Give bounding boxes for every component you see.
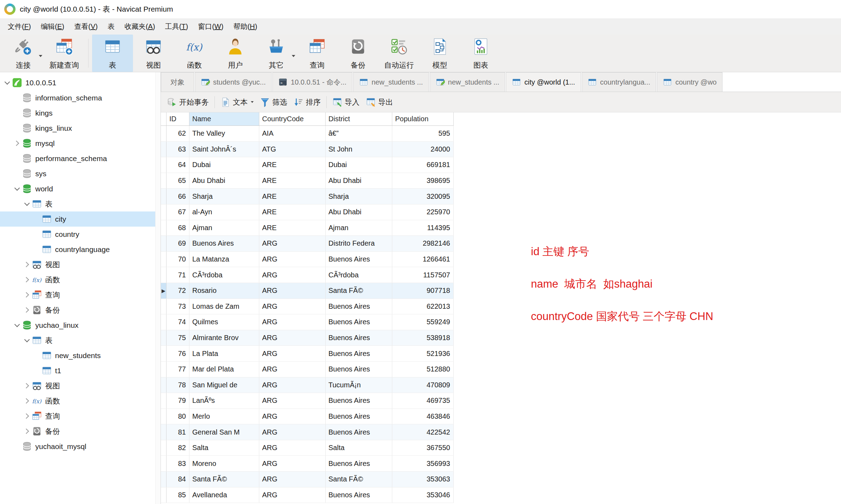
cell-country_code[interactable]: ARE bbox=[259, 204, 326, 220]
cell-district[interactable]: Abu Dhabi bbox=[326, 173, 392, 189]
tree-item-yuchao-views[interactable]: 视图 bbox=[0, 378, 161, 393]
row-selector[interactable] bbox=[161, 220, 167, 236]
expand-icon[interactable] bbox=[23, 263, 31, 266]
table-toolbar-button-text[interactable]: 文本 bbox=[217, 95, 257, 109]
collapse-icon[interactable] bbox=[13, 188, 21, 190]
row-selector[interactable] bbox=[161, 440, 167, 456]
cell-name[interactable]: La Matanza bbox=[189, 252, 259, 267]
table-row[interactable]: 70La MatanzaARGBuenos Aires1266461 bbox=[161, 252, 454, 268]
tree-item-yuchao-tables[interactable]: 表 bbox=[0, 333, 161, 348]
menu-item-tools[interactable]: 工具(T) bbox=[160, 20, 193, 33]
column-header-district[interactable]: District bbox=[326, 112, 392, 125]
cell-name[interactable]: LanÃºs bbox=[189, 393, 259, 408]
cell-population[interactable]: 320095 bbox=[392, 189, 454, 204]
row-selector[interactable] bbox=[161, 126, 167, 141]
tree-item-table-t1[interactable]: t1 bbox=[0, 363, 161, 378]
cell-name[interactable]: Santa FÃ© bbox=[189, 472, 259, 487]
toolbar-button-automation[interactable]: 自动运行 bbox=[379, 35, 419, 72]
collapse-icon[interactable] bbox=[23, 339, 31, 342]
tree-item-db-yuchao-linux[interactable]: yuchao_linux bbox=[0, 318, 161, 333]
tree-item-world-backups[interactable]: 备份 bbox=[0, 302, 161, 318]
cell-country_code[interactable]: ARG bbox=[259, 487, 326, 503]
row-selector[interactable] bbox=[161, 252, 167, 267]
tree-item-connection-10-0-0-51[interactable]: 10.0.0.51 bbox=[0, 75, 161, 90]
row-selector[interactable] bbox=[161, 409, 167, 424]
expand-icon[interactable] bbox=[23, 278, 31, 282]
cell-population[interactable]: 463846 bbox=[392, 409, 454, 424]
table-row[interactable]: 85AvellanedaARGBuenos Aires353046 bbox=[161, 487, 454, 503]
cell-country_code[interactable]: ARG bbox=[259, 472, 326, 487]
cell-country_code[interactable]: ARE bbox=[259, 220, 326, 236]
cell-district[interactable]: St John bbox=[326, 142, 392, 157]
cell-country_code[interactable]: ARE bbox=[259, 157, 326, 173]
tab-country[interactable]: country @wo bbox=[657, 72, 722, 92]
tree-item-world-views[interactable]: 视图 bbox=[0, 257, 161, 272]
cell-district[interactable]: Santa FÃ© bbox=[326, 472, 392, 487]
table-row[interactable]: 78San Miguel deARGTucumÃ¡n470809 bbox=[161, 377, 454, 393]
cell-id[interactable]: 67 bbox=[167, 204, 189, 220]
table-row[interactable]: 81General San MARGBuenos Aires422542 bbox=[161, 424, 454, 440]
tree-item-yuchao-functions[interactable]: f(x)函数 bbox=[0, 393, 161, 408]
tree-item-db-information-schema[interactable]: information_schema bbox=[0, 90, 161, 105]
table-row[interactable]: 62The ValleyAIAâ€”595 bbox=[161, 126, 454, 142]
tab-countrylanguage[interactable]: countrylangua... bbox=[582, 72, 656, 92]
cell-district[interactable]: TucumÃ¡n bbox=[326, 377, 392, 393]
table-row[interactable]: 76La PlataARGBuenos Aires521936 bbox=[161, 346, 454, 362]
cell-name[interactable]: Mar del Plata bbox=[189, 362, 259, 377]
cell-id[interactable]: 65 bbox=[167, 173, 189, 189]
tree-item-yuchao-queries[interactable]: 查询 bbox=[0, 408, 161, 424]
cell-name[interactable]: Moreno bbox=[189, 456, 259, 471]
column-header-population[interactable]: Population bbox=[392, 112, 454, 125]
cell-id[interactable]: 80 bbox=[167, 409, 189, 424]
cell-name[interactable]: Ajman bbox=[189, 220, 259, 236]
cell-population[interactable]: 398695 bbox=[392, 173, 454, 189]
cell-population[interactable]: 595 bbox=[392, 126, 454, 141]
tab-city[interactable]: city @world (1... bbox=[506, 72, 581, 92]
row-selector[interactable] bbox=[161, 393, 167, 408]
collapse-icon[interactable] bbox=[13, 324, 21, 326]
table-row[interactable]: 67al-AynAREAbu Dhabi225970 bbox=[161, 204, 454, 220]
cell-district[interactable]: CÃ³rdoba bbox=[326, 267, 392, 283]
cell-country_code[interactable]: ARG bbox=[259, 440, 326, 456]
cell-id[interactable]: 69 bbox=[167, 236, 189, 251]
toolbar-button-table[interactable]: 表 bbox=[92, 35, 133, 72]
table-toolbar-button-filter[interactable]: 筛选 bbox=[257, 95, 290, 109]
cell-country_code[interactable]: ARE bbox=[259, 189, 326, 204]
table-row[interactable]: 79LanÃºsARGBuenos Aires469735 bbox=[161, 393, 454, 409]
cell-id[interactable]: 75 bbox=[167, 330, 189, 346]
cell-country_code[interactable]: ARG bbox=[259, 377, 326, 393]
table-row[interactable]: 73Lomas de ZamARGBuenos Aires622013 bbox=[161, 299, 454, 315]
cell-id[interactable]: 79 bbox=[167, 393, 189, 408]
cell-id[interactable]: 78 bbox=[167, 377, 189, 393]
cell-name[interactable]: CÃ³rdoba bbox=[189, 267, 259, 283]
cell-country_code[interactable]: ARG bbox=[259, 424, 326, 440]
menu-item-window[interactable]: 窗口(W) bbox=[193, 20, 228, 33]
tree-item-world-queries[interactable]: 查询 bbox=[0, 287, 161, 302]
row-selector[interactable] bbox=[161, 487, 167, 503]
tree-item-table-new-students[interactable]: new_students bbox=[0, 348, 161, 363]
current-row-arrow-icon[interactable]: ▶ bbox=[161, 283, 167, 299]
cell-population[interactable]: 907718 bbox=[392, 283, 454, 299]
cell-district[interactable]: Santa FÃ© bbox=[326, 283, 392, 299]
tree-item-db-yuchaoit-mysql[interactable]: yuchaoit_mysql bbox=[0, 439, 161, 454]
toolbar-button-view[interactable]: 视图 bbox=[133, 35, 174, 72]
cell-population[interactable]: 353046 bbox=[392, 487, 454, 503]
tab-students[interactable]: students @yuc... bbox=[195, 72, 272, 92]
cell-population[interactable]: 24000 bbox=[392, 142, 454, 157]
cell-country_code[interactable]: ARG bbox=[259, 314, 326, 330]
dropdown-caret-icon[interactable] bbox=[292, 55, 295, 57]
cell-name[interactable]: Saint JohnÂ´s bbox=[189, 142, 259, 157]
cell-country_code[interactable]: ARG bbox=[259, 346, 326, 361]
cell-population[interactable]: 669181 bbox=[392, 157, 454, 173]
row-selector[interactable] bbox=[161, 189, 167, 204]
table-toolbar-button-export[interactable]: 导出 bbox=[363, 95, 396, 109]
cell-id[interactable]: 82 bbox=[167, 440, 189, 456]
expand-icon[interactable] bbox=[23, 308, 31, 312]
cell-id[interactable]: 64 bbox=[167, 157, 189, 173]
cell-population[interactable]: 469735 bbox=[392, 393, 454, 408]
row-selector[interactable] bbox=[161, 362, 167, 377]
cell-district[interactable]: Ajman bbox=[326, 220, 392, 236]
cell-population[interactable]: 559249 bbox=[392, 314, 454, 330]
table-row[interactable]: 63Saint JohnÂ´sATGSt John24000 bbox=[161, 142, 454, 158]
expand-icon[interactable] bbox=[23, 399, 31, 403]
